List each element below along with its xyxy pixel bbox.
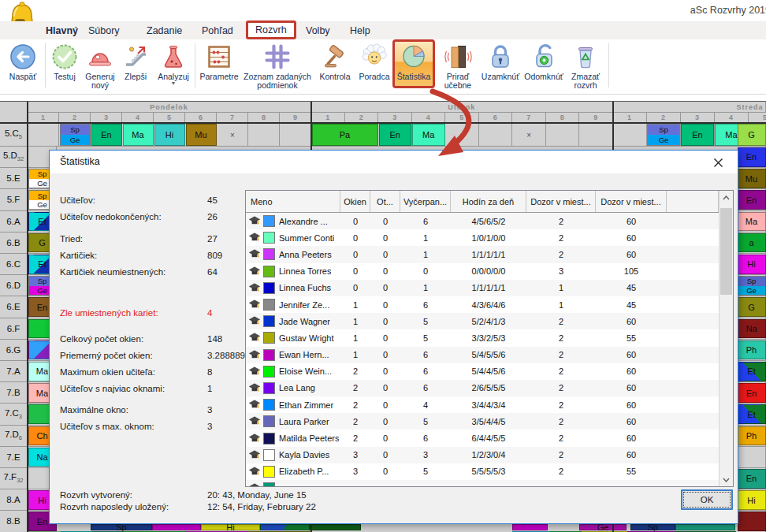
column-header-hod-n-za-de-4[interactable]: Hodín za deň (451, 191, 526, 212)
timetable-cell[interactable] (28, 123, 59, 147)
lesson-card[interactable]: G (738, 124, 766, 146)
lesson-card[interactable] (152, 524, 201, 531)
teacher-row[interactable]: Ethan Zimmer2043/4/4/3/4260 (246, 396, 719, 413)
column-header-vy-erpan-3[interactable]: Vyčerpan... (400, 191, 451, 212)
dialog-title-bar[interactable]: Štatistika (50, 151, 738, 173)
timetable-cell[interactable] (737, 447, 766, 468)
teacher-row[interactable]: Jennifer Ze...1064/3/6/4/6145 (246, 296, 719, 313)
menu-item-help[interactable]: Help (347, 24, 374, 38)
teacher-row[interactable]: Matilda Peeters2066/4/4/5/5260 (246, 430, 719, 446)
teacher-row[interactable]: Kayla Davies3031/2/3/0/4260 (246, 447, 719, 463)
lesson-card[interactable]: Ma (738, 212, 766, 232)
menu-item-poh-ad[interactable]: Pohľad (199, 24, 236, 38)
teacher-row[interactable]: Eloise Wein...2065/4/4/5/6260 (246, 363, 719, 380)
menu-item-zadanie[interactable]: Zadanie (143, 24, 185, 38)
scrollbar-thumb[interactable] (720, 208, 732, 295)
lesson-card[interactable]: Pa (312, 124, 378, 146)
toolbar-button-zoznam-zadan-ch-podmienok[interactable]: Zoznam zadaných podmienok (241, 42, 314, 90)
teacher-row[interactable]: Linnea Torres0000/0/0/0/03105 (246, 263, 719, 280)
lesson-card[interactable]: En (379, 124, 412, 146)
column-header-ot-2[interactable]: Ot... (370, 191, 400, 212)
lesson-card[interactable]: En (738, 383, 766, 403)
lesson-card[interactable]: Et (738, 362, 766, 381)
toolbar-button-generuj-nov[interactable]: Generuj nový (82, 42, 118, 90)
lesson-card[interactable]: Ph (738, 426, 766, 446)
column-header-dozor-v-miest-6[interactable]: Dozor v miest... (596, 191, 667, 212)
lesson-card[interactable]: G (738, 297, 766, 317)
lesson-card[interactable]: Et (738, 404, 766, 424)
teacher-row[interactable]: Alexandre ...0064/5/6/5/2260 (246, 213, 719, 229)
dropdown-arrow-icon[interactable]: ▼ (171, 81, 177, 86)
teacher-row[interactable]: Summer Conti0011/0/1/0/0260 (246, 229, 719, 246)
lesson-card[interactable]: En (738, 147, 766, 167)
timetable-cell[interactable] (613, 123, 647, 147)
lesson-card[interactable]: Hi (738, 490, 766, 510)
lesson-card[interactable]: Ge (579, 524, 627, 531)
lesson-card[interactable]: × (218, 124, 248, 146)
teacher-row[interactable]: Elizabeth P...3055/5/5/5/3255 (246, 463, 719, 480)
toolbar-button-odomkn[interactable]: Odomknúť (522, 42, 566, 81)
close-icon[interactable] (709, 154, 727, 170)
teacher-row[interactable]: Ewan Hern...1065/4/5/5/6260 (246, 347, 719, 363)
lesson-card[interactable]: En (91, 124, 122, 146)
toolbar-button-uzamkn[interactable]: Uzamknúť (479, 42, 522, 81)
lesson-card[interactable]: Na (738, 319, 766, 339)
toolbar-button-nasp[interactable]: Naspäť (5, 42, 41, 81)
lesson-card[interactable] (738, 512, 766, 531)
lesson-card[interactable]: Sp (91, 524, 152, 531)
lesson-card[interactable] (512, 524, 548, 531)
teacher-row[interactable]: Linnea Fuchs0011/1/1/1/1145 (246, 280, 719, 296)
teacher-row[interactable]: Laura Parker2053/5/4/4/5260 (246, 413, 719, 430)
lesson-card[interactable]: SpGe (60, 124, 91, 146)
lesson-card[interactable]: × (513, 124, 546, 146)
column-header-okien-1[interactable]: Okien (340, 191, 370, 212)
toolbar-button-tatistika[interactable]: Štatistika (392, 39, 435, 88)
menu-item-s-bory[interactable]: Súbory (85, 24, 123, 38)
scroll-up-icon[interactable] (720, 191, 733, 204)
column-header-dozor-v-miest-5[interactable]: Dozor v miest... (526, 191, 596, 212)
lesson-card[interactable]: En (681, 124, 714, 146)
toolbar-button-zlep-i[interactable]: Zlepši (118, 42, 153, 81)
column-header-meno-0[interactable]: Meno (246, 191, 340, 212)
scroll-down-icon[interactable] (720, 473, 733, 486)
lesson-card[interactable]: Hi (201, 524, 260, 531)
teacher-row[interactable]: Anna Peeters0011/1/1/1/1260 (246, 246, 719, 262)
lesson-card[interactable]: Sp (630, 524, 675, 531)
timetable-cell[interactable] (280, 123, 311, 147)
lesson-card[interactable] (260, 524, 310, 531)
timetable-cell[interactable] (546, 123, 580, 147)
lesson-card[interactable]: Ma (123, 124, 154, 146)
menu-item-volby[interactable]: Volby (303, 24, 333, 38)
toolbar-button-prira-u-ebne[interactable]: Priraď učebne (437, 42, 479, 90)
lesson-card[interactable]: Mu (738, 169, 766, 188)
timetable-cell[interactable] (579, 123, 613, 147)
lesson-card[interactable]: SpGe (738, 276, 766, 296)
lesson-card[interactable]: Hi (154, 124, 185, 146)
lesson-card[interactable]: Ph (738, 340, 766, 360)
timetable-cell[interactable] (248, 123, 280, 147)
lesson-card[interactable]: Ma (412, 124, 445, 146)
toolbar-button-parametre[interactable]: Parametre (197, 42, 241, 81)
teacher-row[interactable]: Gustav Wright1053/3/2/5/3255 (246, 329, 719, 346)
vertical-scrollbar[interactable] (719, 191, 733, 486)
lesson-card[interactable]: En (738, 469, 766, 489)
lesson-card[interactable] (310, 524, 361, 531)
lesson-card[interactable]: Hi (738, 255, 766, 274)
toolbar-button-testuj[interactable]: Testuj (47, 42, 82, 81)
toolbar-button-poradca[interactable]: Poradca (356, 42, 392, 81)
toolbar-button-zmaza-rozvrh[interactable]: Zmazať rozvrh (566, 42, 605, 90)
timetable-cell[interactable] (445, 123, 479, 147)
toolbar-button-analyzuj[interactable]: Analyzuj▼ (153, 42, 194, 86)
lesson-card[interactable]: a (738, 233, 766, 253)
lesson-card[interactable]: Mu (186, 124, 217, 146)
ok-button[interactable]: OK (681, 489, 733, 510)
toolbar-button-kontrola[interactable]: Kontrola (315, 42, 355, 81)
timetable-cell[interactable] (479, 123, 513, 147)
teacher-row[interactable]: Lea Lang2062/6/5/5/5260 (246, 380, 719, 396)
lesson-card[interactable] (675, 524, 735, 531)
teacher-row[interactable] (246, 480, 719, 486)
menu-item-hlavn[interactable]: Hlavný (43, 24, 81, 38)
lesson-card[interactable]: En (738, 190, 766, 210)
menu-item-rozvrh[interactable]: Rozvrh (246, 20, 296, 39)
teacher-row[interactable]: Jade Wagner1055/2/4/1/3260 (246, 313, 719, 329)
